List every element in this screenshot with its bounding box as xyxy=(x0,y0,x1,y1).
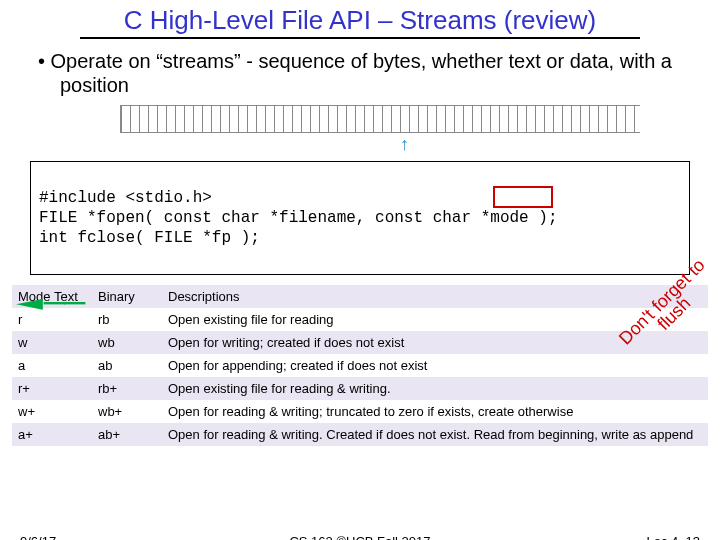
cell: wb xyxy=(92,331,162,354)
th-mode-text: Mode Text xyxy=(12,285,92,308)
th-binary: Binary xyxy=(92,285,162,308)
mode-highlight-box xyxy=(493,186,553,208)
position-arrow-icon: ↑ xyxy=(400,135,720,153)
cell: w xyxy=(12,331,92,354)
table-row: a+ ab+ Open for reading & writing. Creat… xyxy=(12,423,708,446)
table-row: r rb Open existing file for reading xyxy=(12,308,708,331)
code-line-3: int fclose( FILE *fp ); xyxy=(39,229,260,247)
cell: r xyxy=(12,308,92,331)
cell: wb+ xyxy=(92,400,162,423)
mode-table-wrap: ◀━━ Mode Text Binary Descriptions r rb O… xyxy=(12,285,708,446)
table-row: r+ rb+ Open existing file for reading & … xyxy=(12,377,708,400)
table-row: w wb Open for writing; created if does n… xyxy=(12,331,708,354)
cell: rb xyxy=(92,308,162,331)
cell: Open for writing; created if does not ex… xyxy=(162,331,708,354)
slide-title: C High-Level File API – Streams (review) xyxy=(0,0,720,37)
cell: Open existing file for reading xyxy=(162,308,708,331)
mode-table: Mode Text Binary Descriptions r rb Open … xyxy=(12,285,708,446)
code-block: #include <stdio.h> FILE *fopen( const ch… xyxy=(30,161,690,275)
th-descriptions: Descriptions xyxy=(162,285,708,308)
cell: Open for appending; created if does not … xyxy=(162,354,708,377)
cell: a xyxy=(12,354,92,377)
code-line-1: #include <stdio.h> xyxy=(39,189,212,207)
cell: Open existing file for reading & writing… xyxy=(162,377,708,400)
cell: a+ xyxy=(12,423,92,446)
cell: Open for reading & writing; truncated to… xyxy=(162,400,708,423)
footer-lec: Lec 4. 13 xyxy=(647,534,701,540)
code-line-2: FILE *fopen( const char *filename, const… xyxy=(39,209,557,227)
table-row: w+ wb+ Open for reading & writing; trunc… xyxy=(12,400,708,423)
footer-course: CS 162 ©UCB Fall 2017 xyxy=(289,534,430,540)
cell: ab+ xyxy=(92,423,162,446)
footer-date: 9/6/17 xyxy=(20,534,56,540)
cell: ab xyxy=(92,354,162,377)
cell: rb+ xyxy=(92,377,162,400)
byte-stream-diagram xyxy=(120,105,640,133)
title-rule xyxy=(80,37,640,39)
bullet-text: Operate on “streams” - sequence of bytes… xyxy=(0,49,720,97)
cell: Open for reading & writing. Created if d… xyxy=(162,423,708,446)
cell: r+ xyxy=(12,377,92,400)
table-row: a ab Open for appending; created if does… xyxy=(12,354,708,377)
cell: w+ xyxy=(12,400,92,423)
